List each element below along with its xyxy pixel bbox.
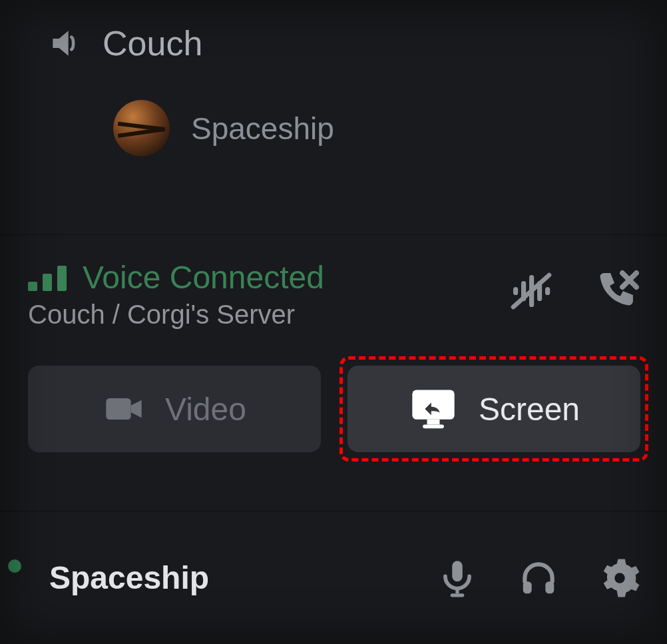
video-button[interactable]: Video: [28, 366, 321, 452]
voice-path-label: Couch / Corgi's Server: [28, 300, 324, 330]
voice-connection-panel: Voice Connected Couch / Corgi's Server: [0, 234, 667, 479]
svg-rect-10: [427, 420, 439, 425]
svg-rect-15: [523, 581, 532, 593]
svg-rect-14: [451, 593, 465, 597]
screen-share-button-label: Screen: [479, 391, 580, 428]
svg-point-17: [614, 573, 625, 583]
svg-rect-13: [455, 588, 459, 593]
avatar: [113, 100, 170, 157]
svg-rect-9: [412, 390, 454, 420]
screen-share-icon: [408, 384, 459, 434]
voice-status-label: Voice Connected: [83, 259, 324, 296]
online-status-icon: [3, 554, 27, 578]
speaker-icon: [47, 25, 84, 62]
svg-rect-0: [513, 287, 518, 295]
svg-rect-8: [106, 398, 130, 420]
camera-icon: [103, 388, 145, 430]
channel-name: Couch: [103, 23, 202, 63]
svg-rect-12: [452, 561, 463, 581]
signal-strength-icon: [28, 264, 67, 291]
voice-top-row: Voice Connected Couch / Corgi's Server: [28, 259, 640, 330]
deafen-headphones-icon[interactable]: [518, 557, 559, 599]
disconnect-call-icon[interactable]: [592, 267, 640, 315]
video-button-label: Video: [165, 391, 246, 428]
channel-member-name: Spaceship: [191, 111, 334, 147]
mute-mic-icon[interactable]: [437, 557, 478, 599]
screen-share-button[interactable]: Screen: [347, 366, 640, 452]
call-buttons-row: Video Screen: [28, 366, 640, 452]
voice-channel-row[interactable]: Couch: [47, 23, 202, 63]
svg-rect-4: [545, 287, 550, 295]
settings-gear-icon[interactable]: [599, 557, 640, 599]
noise-suppression-icon[interactable]: [507, 267, 555, 315]
voice-status-row[interactable]: Voice Connected: [28, 259, 324, 296]
channel-member-row[interactable]: Spaceship: [113, 100, 334, 157]
svg-rect-16: [545, 581, 554, 593]
svg-rect-11: [423, 424, 444, 428]
user-bar: Spaceship: [0, 511, 667, 644]
user-name: Spaceship: [49, 559, 209, 596]
